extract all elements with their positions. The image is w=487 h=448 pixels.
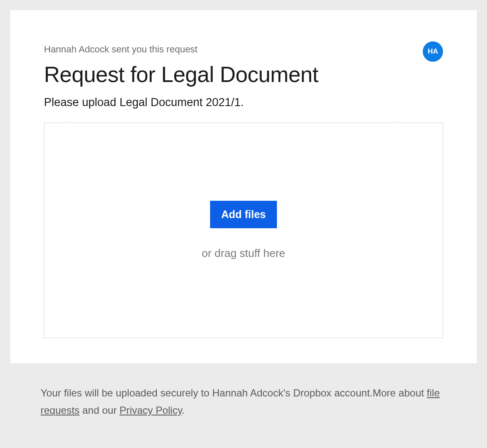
footer-text: Your files will be uploaded securely to … (10, 363, 477, 419)
file-dropzone[interactable]: Add files or drag stuff here (44, 123, 443, 338)
request-card: Hannah Adcock sent you this request Requ… (10, 10, 477, 363)
page-title: Request for Legal Document (44, 63, 423, 87)
footer-text-before: Your files will be uploaded securely to … (41, 387, 427, 399)
footer-text-middle: and our (79, 404, 120, 416)
header-row: Hannah Adcock sent you this request Requ… (44, 44, 443, 96)
subtitle: Please upload Legal Document 2021/1. (44, 96, 443, 109)
header-text: Hannah Adcock sent you this request Requ… (44, 44, 423, 96)
add-files-button[interactable]: Add files (210, 201, 277, 228)
footer-text-after: . (182, 404, 185, 416)
avatar: HA (423, 41, 443, 62)
sender-line: Hannah Adcock sent you this request (44, 44, 423, 55)
drag-hint: or drag stuff here (202, 247, 285, 260)
privacy-policy-link[interactable]: Privacy Policy (120, 404, 182, 416)
